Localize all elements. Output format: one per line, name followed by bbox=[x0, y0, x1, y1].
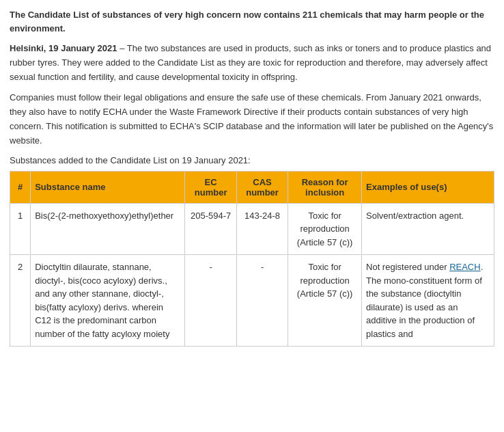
row1-num: 1 bbox=[10, 203, 31, 255]
table-row: 2 Dioctyltin dilaurate, stannane, diocty… bbox=[10, 255, 494, 347]
row2-cas: - bbox=[236, 255, 288, 347]
intro-bold: The Candidate List of substances of very… bbox=[10, 8, 494, 35]
header-substance: Substance name bbox=[31, 171, 185, 203]
row1-examples: Solvent/extraction agent. bbox=[362, 203, 494, 255]
row2-examples-text: Not registered under REACH. The mono-con… bbox=[366, 262, 483, 339]
paragraph2: Companies must follow their legal obliga… bbox=[10, 91, 494, 148]
row2-reason: Toxic for reproduction (Article 57 (c)) bbox=[288, 255, 362, 347]
row2-ec: - bbox=[185, 255, 236, 347]
dash: – bbox=[117, 43, 125, 53]
row1-substance: Bis(2-(2-methoxyethoxy)ethyl)ether bbox=[31, 203, 185, 255]
row1-reason: Toxic for reproduction (Article 57 (c)) bbox=[288, 203, 362, 255]
section-label: Substances added to the Candidate List o… bbox=[10, 155, 494, 165]
header-ec: EC number bbox=[185, 171, 236, 203]
row1-cas: 143-24-8 bbox=[236, 203, 288, 255]
candidate-list-table: # Substance name EC number CAS number Re… bbox=[10, 171, 494, 347]
header-cas: CAS number bbox=[236, 171, 288, 203]
row2-num: 2 bbox=[10, 255, 31, 347]
header-hash: # bbox=[10, 171, 31, 203]
row2-substance: Dioctyltin dilaurate, stannane, dioctyl-… bbox=[31, 255, 185, 347]
header-reason: Reason for inclusion bbox=[288, 171, 362, 203]
date-bold: Helsinki, 19 January 2021 bbox=[10, 43, 117, 53]
paragraph1: Helsinki, 19 January 2021 – The two subs… bbox=[10, 42, 494, 84]
row1-ec: 205-594-7 bbox=[185, 203, 236, 255]
header-examples: Examples of use(s) bbox=[362, 171, 494, 203]
row2-examples: Not registered under REACH. The mono-con… bbox=[362, 255, 494, 347]
table-row: 1 Bis(2-(2-methoxyethoxy)ethyl)ether 205… bbox=[10, 203, 494, 255]
reach-link[interactable]: REACH bbox=[449, 262, 481, 272]
